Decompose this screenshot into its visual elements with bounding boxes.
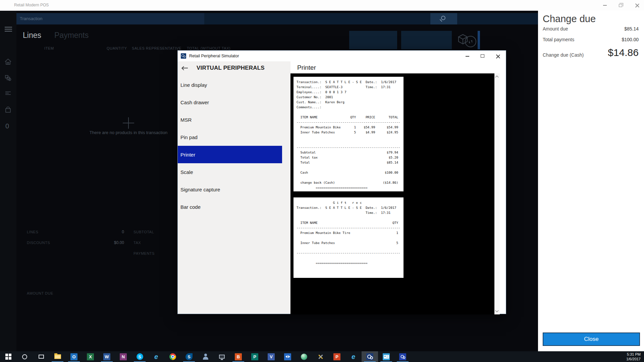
word-button[interactable]: W <box>99 351 115 362</box>
visio-icon: V <box>268 353 275 360</box>
peripheral-item-bar-code[interactable]: Bar code <box>178 198 282 216</box>
peripheral-item-signature-capture[interactable]: Signature capture <box>178 181 282 198</box>
app-logo-icon <box>181 53 186 59</box>
cortana-button[interactable] <box>16 351 33 362</box>
chrome-button[interactable] <box>164 351 181 362</box>
peripheral-item-cash-drawer[interactable]: Cash drawer <box>178 94 282 111</box>
skype-for-business-icon: S <box>185 353 193 360</box>
skype-icon: S <box>137 353 143 360</box>
peripheral-simulator-taskbar-button[interactable] <box>362 351 378 362</box>
receipt-gift: G i f t r e c Transaction.: S E A T T L … <box>293 197 404 278</box>
summary-subtotal-label: SUBTOTAL <box>133 230 154 234</box>
search-icon <box>441 16 445 20</box>
visio-button[interactable]: V <box>263 351 279 362</box>
teamviewer-icon <box>284 353 291 360</box>
b-app-icon: B <box>235 353 242 360</box>
peripheral-item-line-display[interactable]: Line display <box>178 76 282 94</box>
word-icon: W <box>103 353 110 360</box>
close-button[interactable]: Close <box>543 333 640 346</box>
remote-desktop-button[interactable] <box>214 351 230 362</box>
printer-output-viewer: Transaction.: S E A T T L E - S E Date.:… <box>290 73 494 314</box>
file-explorer-icon <box>54 354 61 359</box>
hamburger-menu-icon[interactable] <box>5 27 12 33</box>
pos-tile-2[interactable] <box>401 31 452 49</box>
excel-button[interactable]: X <box>82 351 99 362</box>
taskbar-clock[interactable]: 5:31 PM 1/6/2017 <box>626 352 641 361</box>
summary-lines-label: LINES <box>27 230 38 234</box>
outlook-button[interactable]: O <box>66 351 82 362</box>
taskbar: O X W N S e S B P V P e 5:31 PM 1/6/2017 <box>0 351 644 362</box>
minimize-icon[interactable] <box>603 5 607 6</box>
gears-app-icon <box>399 353 406 360</box>
main-window-titlebar: Retail Modern POS <box>0 0 644 11</box>
tab-lines[interactable]: Lines <box>23 31 41 40</box>
restore-icon[interactable] <box>619 4 622 7</box>
printer-section-title: Printer <box>297 64 316 71</box>
excel-icon: X <box>87 353 94 360</box>
amount-due-label: Amount due <box>543 26 568 32</box>
dialog-maximize-icon[interactable] <box>481 54 484 58</box>
peripheral-simulator-icon <box>366 353 373 360</box>
pos-tile-1[interactable] <box>349 31 397 49</box>
close-icon[interactable] <box>635 3 639 7</box>
search-button[interactable] <box>430 13 457 24</box>
dialog-title: Retail Peripheral Simulator <box>189 54 239 58</box>
tab-payments[interactable]: Payments <box>54 31 89 40</box>
back-arrow-icon[interactable] <box>182 65 188 65</box>
windows-logo-icon <box>5 354 11 360</box>
peripheral-item-scale[interactable]: Scale <box>178 163 282 181</box>
task-view-button[interactable] <box>33 351 49 362</box>
publisher-button[interactable]: P <box>247 351 263 362</box>
scroll-down-icon[interactable] <box>495 309 499 312</box>
card-app-button[interactable] <box>378 351 394 362</box>
total-payments-value: $100.00 <box>585 37 639 42</box>
accent-bar <box>478 31 480 49</box>
summary-discounts-value: $0.00 <box>87 240 124 245</box>
skype-button[interactable]: S <box>131 351 148 362</box>
shopping-bag-icon[interactable] <box>5 106 11 114</box>
products-icon[interactable] <box>4 74 12 82</box>
gears-app-button[interactable] <box>394 351 411 362</box>
network-globe-icon <box>301 354 307 360</box>
dev-tools-icon <box>317 353 324 360</box>
clock-time: 5:31 PM <box>626 352 641 357</box>
column-header-total-without-tax: TOTAL (WITHOUT TAX) <box>187 46 230 50</box>
peripheral-item-printer[interactable]: Printer <box>178 146 282 163</box>
skype-for-business-button[interactable]: S <box>181 351 197 362</box>
empty-transaction-message: There are no products in this transactio… <box>70 130 187 135</box>
column-header-sales-representative: SALES REPRESENTATIVE <box>132 46 181 50</box>
peripherals-nav-pane: VIRTUAL PERIPHERALS Line display Cash dr… <box>178 61 290 314</box>
remote-desktop-icon <box>219 355 225 359</box>
onenote-button[interactable]: N <box>115 351 131 362</box>
dialog-minimize-icon[interactable] <box>466 56 469 57</box>
dialog-titlebar[interactable]: Retail Peripheral Simulator <box>178 51 506 61</box>
people-app-button[interactable] <box>197 351 214 362</box>
dialog-close-icon[interactable] <box>496 54 500 58</box>
scroll-up-icon[interactable] <box>495 76 499 79</box>
desktop: Retail Modern POS 0 Transaction Lines Pa… <box>0 0 644 362</box>
summary-tax-label: TAX <box>133 241 141 245</box>
powerpoint-button[interactable]: P <box>329 351 345 362</box>
outlook-icon: O <box>70 353 77 360</box>
start-button[interactable] <box>0 351 16 362</box>
teamviewer-button[interactable] <box>279 351 296 362</box>
peripherals-header: VIRTUAL PERIPHERALS <box>197 65 265 71</box>
b-app-button[interactable]: B <box>230 351 247 362</box>
peripheral-item-pin-pad[interactable]: Pin pad <box>178 128 282 146</box>
peripheral-item-msr[interactable]: MSR <box>178 111 282 128</box>
change-due-panel: Change due Amount due $85.14 Total payme… <box>538 11 644 351</box>
receipt-sales-text: Transaction.: S E A T T L E - S E Date.:… <box>293 77 404 190</box>
home-icon[interactable] <box>4 58 12 66</box>
nav-badge[interactable]: 0 <box>5 122 9 130</box>
internet-explorer-button[interactable]: e <box>148 351 164 362</box>
file-explorer-button[interactable] <box>49 351 66 362</box>
viewer-scrollbar[interactable] <box>494 73 500 314</box>
network-globe-button[interactable] <box>296 351 312 362</box>
onenote-icon: N <box>120 353 127 360</box>
dev-tools-button[interactable] <box>312 351 329 362</box>
command-bar-tab-transaction[interactable]: Transaction <box>20 16 42 21</box>
card-app-icon <box>383 353 390 360</box>
internet-explorer-2-button[interactable]: e <box>345 351 362 362</box>
orders-list-icon[interactable] <box>4 90 12 97</box>
command-bar: Transaction <box>16 13 538 24</box>
